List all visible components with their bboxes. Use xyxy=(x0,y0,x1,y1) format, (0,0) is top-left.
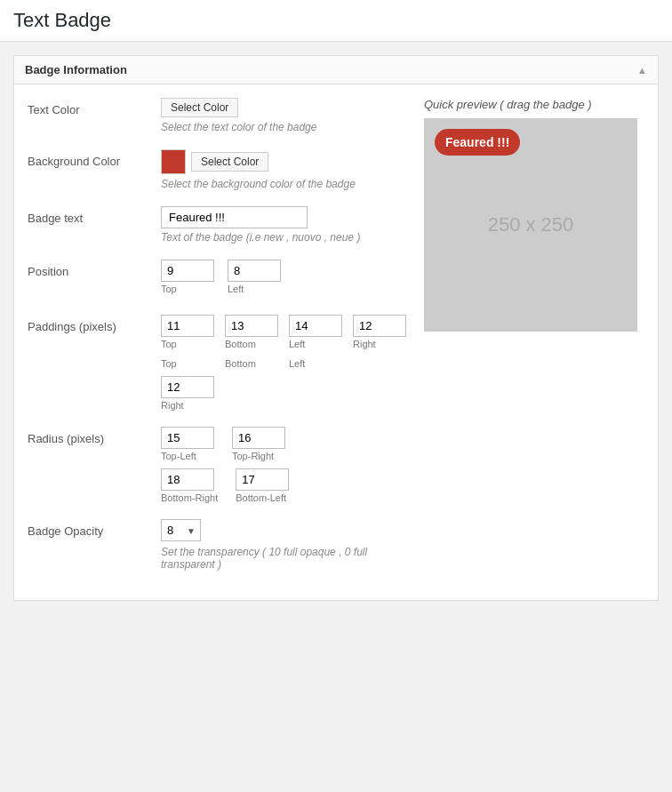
quick-preview-label: Quick preview ( drag the badge ) xyxy=(424,98,655,111)
badge-opacity-label: Badge Opacity xyxy=(28,519,152,538)
panel-header: Badge Information ▲ xyxy=(14,56,658,84)
preview-box[interactable]: Feaured !!! 250 x 250 xyxy=(424,118,637,332)
paddings-row-2: Right xyxy=(161,376,406,411)
paddings-row-1: Top Bottom Left xyxy=(161,315,406,349)
radius-top-left-wrap: Top-Left xyxy=(161,427,214,461)
badge-opacity-hint: Set the transparency ( 10 full opaque , … xyxy=(161,546,406,571)
collapse-arrow-icon[interactable]: ▲ xyxy=(637,65,647,76)
background-color-swatch[interactable] xyxy=(161,149,186,174)
padding-top-input[interactable] xyxy=(161,315,214,337)
position-label: Position xyxy=(28,260,152,278)
position-top-input[interactable] xyxy=(161,260,214,282)
position-row: Position Top Left xyxy=(28,260,406,299)
background-color-label: Background Color xyxy=(28,149,152,168)
badge-text-row: Badge text Text of the badge (i.e new , … xyxy=(28,206,406,244)
right-column: Quick preview ( drag the badge ) Feaured… xyxy=(424,98,655,587)
padding-row2-right-input[interactable] xyxy=(161,376,214,398)
padding-right-sublabel: Right xyxy=(353,339,376,349)
badge-text-input[interactable] xyxy=(161,206,308,228)
padding-row2-top-label: Top xyxy=(161,358,214,369)
page-title: Text Badge xyxy=(0,0,672,42)
background-color-button[interactable]: Select Color xyxy=(191,152,268,172)
position-top-wrap: Top xyxy=(161,260,214,294)
left-column: Text Color Select Color Select the text … xyxy=(28,98,406,587)
radius-label: Radius (pixels) xyxy=(28,427,152,445)
badge-opacity-select-container: 0 1 2 3 4 5 6 7 8 9 10 xyxy=(161,519,201,541)
position-top-sublabel: Top xyxy=(161,284,177,294)
radius-top-left-input[interactable] xyxy=(161,427,214,449)
paddings-label: Paddings (pixels) xyxy=(28,315,152,333)
radius-top-left-sublabel: Top-Left xyxy=(161,451,196,461)
padding-bottom-input[interactable] xyxy=(225,315,278,337)
radius-bottom-right-wrap: Bottom-Right xyxy=(161,468,218,503)
radius-bottom-left-input[interactable] xyxy=(236,468,289,491)
badge-text-content: Text of the badge (i.e new , nuovo , neu… xyxy=(161,206,406,244)
radius-content: Top-Left Top-Right Bottom-Right xyxy=(161,427,406,503)
padding-row2-right-sublabel: Right xyxy=(161,400,184,411)
padding-bottom-wrap: Bottom xyxy=(225,315,278,349)
radius-top-right-sublabel: Top-Right xyxy=(232,451,274,461)
radius-row-1: Top-Left Top-Right xyxy=(161,427,406,461)
panel-header-label: Badge Information xyxy=(25,63,127,76)
position-left-wrap: Left xyxy=(228,260,281,294)
radius-row-2: Bottom-Right Bottom-Left xyxy=(161,468,406,503)
badge-opacity-row: Badge Opacity 0 1 2 3 4 5 6 xyxy=(28,519,406,571)
radius-top-right-wrap: Top-Right xyxy=(232,427,285,461)
background-color-row: Background Color Select Color Select the… xyxy=(28,149,406,190)
radius-bottom-left-wrap: Bottom-Left xyxy=(236,468,289,503)
radius-bottom-left-sublabel: Bottom-Left xyxy=(236,492,286,503)
padding-right-wrap: Right xyxy=(353,315,406,349)
padding-left-wrap: Left xyxy=(289,315,342,349)
badge-opacity-select[interactable]: 0 1 2 3 4 5 6 7 8 9 10 xyxy=(161,519,201,541)
paddings-row: Paddings (pixels) Top Bottom xyxy=(28,315,406,411)
text-color-content: Select Color Select the text color of th… xyxy=(161,98,406,133)
paddings-content: Top Bottom Left xyxy=(161,315,406,411)
text-color-hint: Select the text color of the badge xyxy=(161,121,406,133)
radius-top-right-input[interactable] xyxy=(232,427,285,449)
badge-text-hint: Text of the badge (i.e new , nuovo , neu… xyxy=(161,231,406,244)
text-color-label: Text Color xyxy=(28,98,152,116)
padding-top-wrap: Top xyxy=(161,315,214,349)
background-color-hint: Select the background color of the badge xyxy=(161,178,406,190)
padding-row2-right-wrap: Right xyxy=(161,376,214,411)
text-color-row: Text Color Select Color Select the text … xyxy=(28,98,406,133)
padding-left-sublabel: Left xyxy=(289,339,305,349)
padding-right-input[interactable] xyxy=(353,315,406,337)
paddings-row-2-labels: Top Bottom Left xyxy=(161,356,406,369)
padding-left-input[interactable] xyxy=(289,315,342,337)
padding-top-sublabel: Top xyxy=(161,339,177,349)
padding-row2-bottom-label: Bottom xyxy=(225,358,278,369)
padding-bottom-sublabel: Bottom xyxy=(225,339,256,349)
panel-body: Text Color Select Color Select the text … xyxy=(14,84,658,600)
preview-size-label: 250 x 250 xyxy=(488,213,574,236)
position-content: Top Left xyxy=(161,260,406,299)
badge-information-panel: Badge Information ▲ Text Color Select Co… xyxy=(13,55,659,601)
preview-badge[interactable]: Feaured !!! xyxy=(435,129,520,156)
background-color-content: Select Color Select the background color… xyxy=(161,149,406,190)
text-color-button[interactable]: Select Color xyxy=(161,98,238,117)
position-left-sublabel: Left xyxy=(228,284,244,294)
padding-row2-left-label: Left xyxy=(289,358,342,369)
badge-opacity-content: 0 1 2 3 4 5 6 7 8 9 10 xyxy=(161,519,406,571)
radius-bottom-right-input[interactable] xyxy=(161,468,214,491)
radius-row: Radius (pixels) Top-Left Top-Right xyxy=(28,427,406,503)
position-left-input[interactable] xyxy=(228,260,281,282)
radius-bottom-right-sublabel: Bottom-Right xyxy=(161,492,218,503)
badge-text-label: Badge text xyxy=(28,206,152,225)
